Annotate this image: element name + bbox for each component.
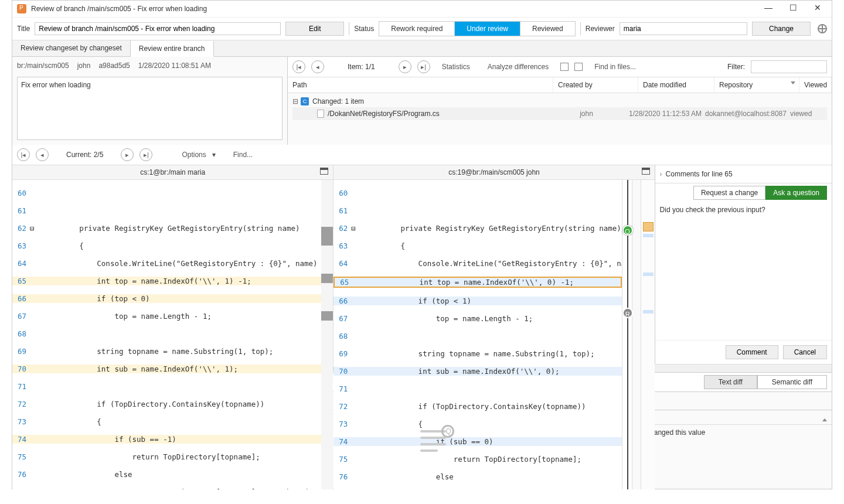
comments-pane: ›Comments for line 65 Request a change A… — [655, 165, 832, 364]
tab-changeset[interactable]: Review changeset by changeset — [12, 40, 131, 56]
comments-title: Comments for line 65 — [666, 170, 733, 178]
branch-info-pane: br:/main/scm005 john a98ad5d5 1/28/2020 … — [12, 57, 288, 145]
diff-prev-button[interactable]: ◂ — [36, 148, 49, 161]
comment-textarea[interactable]: Did you check the previous input? — [655, 202, 832, 340]
minimize-button[interactable]: — — [761, 3, 775, 15]
app-icon — [17, 4, 26, 13]
file-createdby: john — [544, 110, 629, 118]
col-path[interactable]: Path — [288, 77, 553, 93]
titlebar: Review of branch /main/scm005 - Fix erro… — [12, 1, 832, 18]
code-body-left[interactable]: 60 61 62⊟ private RegistryKey GetRegisto… — [12, 180, 321, 489]
analyze-link[interactable]: Analyze differences — [482, 63, 555, 71]
sort-indicator-icon — [791, 81, 795, 84]
col-viewed[interactable]: Viewed — [799, 77, 832, 93]
grid-header: Path Created by Date modified Repository… — [288, 77, 832, 93]
request-change-button[interactable]: Request a change — [693, 186, 765, 200]
checkbox2-icon[interactable] — [574, 63, 583, 71]
comment-submit-button[interactable]: Comment — [726, 345, 778, 359]
title-label: Title — [17, 25, 30, 33]
diff-first-button[interactable]: |◂ — [17, 148, 30, 161]
branch-date: 1/28/2020 11:08:51 AM — [138, 62, 211, 70]
col-repository[interactable]: Repository — [714, 77, 799, 93]
marker-column: Q R — [622, 180, 632, 489]
scrollbar-right[interactable] — [632, 180, 641, 489]
first-item-button[interactable]: |◂ — [292, 60, 305, 73]
status-label: Status — [354, 25, 374, 33]
find-link[interactable]: Find... — [227, 151, 258, 159]
diff-toolbar: |◂ ◂ Current: 2/5 ▸ ▸| Options ▾ Find... — [12, 145, 832, 165]
text-diff-button[interactable]: Text diff — [704, 375, 757, 389]
status-tabs: Rework required Under review Reviewed — [379, 21, 575, 36]
maximize-button[interactable]: ☐ — [786, 3, 800, 15]
window-title: Review of branch /main/scm005 - Fix erro… — [31, 5, 761, 13]
file-row[interactable]: /DokanNet/RegistoryFS/Program.cs john 1/… — [292, 107, 827, 120]
view-tabs: Review changeset by changeset Review ent… — [12, 40, 832, 57]
tree-group[interactable]: ⊟ C Changed: 1 item — [292, 96, 827, 107]
diff-next-button[interactable]: ▸ — [121, 148, 134, 161]
code-body-right[interactable]: 60 61 62⊟ private RegistryKey GetRegisto… — [333, 180, 621, 489]
branch-user: john — [77, 62, 91, 70]
chevron-right-icon[interactable]: › — [660, 170, 662, 178]
globe-icon[interactable] — [818, 24, 827, 33]
options-link[interactable]: Options ▾ — [176, 151, 221, 159]
overview-ruler-left — [321, 180, 333, 489]
changed-icon: C — [301, 97, 309, 105]
item-counter: Item: 1/1 — [348, 63, 375, 71]
code-pane-right: cs:19@br:/main/scm005 john 60 61 62⊟ pri… — [333, 165, 654, 364]
tab-branch[interactable]: Review entire branch — [131, 41, 214, 57]
next-item-button[interactable]: ▸ — [399, 60, 411, 73]
branch-path: br:/main/scm005 — [17, 62, 69, 70]
window-icon[interactable] — [320, 168, 328, 175]
code-header-right: cs:19@br:/main/scm005 john — [333, 165, 654, 180]
title-input[interactable] — [35, 22, 281, 35]
code-header-left: cs:1@br:/main maria — [12, 165, 333, 180]
diff-current: Current: 2/5 — [66, 151, 103, 159]
empty-questions-icon — [420, 426, 453, 459]
code-pane-left: cs:1@br:/main maria 60 61 62⊟ private Re… — [12, 165, 333, 364]
file-viewed: viewed — [790, 110, 822, 118]
file-icon — [317, 110, 324, 118]
change-button[interactable]: Change — [752, 22, 811, 36]
status-reviewed[interactable]: Reviewed — [520, 22, 575, 36]
reviewer-label: Reviewer — [586, 25, 615, 33]
diff-area: cs:1@br:/main maria 60 61 62⊟ private Re… — [12, 165, 832, 364]
header-row: Title Edit Status Rework required Under … — [12, 18, 832, 40]
last-item-button[interactable]: ▸| — [417, 60, 430, 73]
file-grid-pane: |◂ ◂ Item: 1/1 ▸ ▸| Statistics Analyze d… — [288, 57, 832, 145]
semantic-diff-button[interactable]: Semantic diff — [757, 375, 827, 389]
status-under-review[interactable]: Under review — [455, 22, 520, 36]
edit-button[interactable]: Edit — [285, 22, 344, 36]
col-createdby[interactable]: Created by — [553, 77, 638, 93]
filter-label: Filter: — [727, 63, 745, 71]
prev-item-button[interactable]: ◂ — [311, 60, 324, 73]
diff-last-button[interactable]: ▸| — [139, 148, 152, 161]
question-marker-icon[interactable]: Q — [622, 225, 633, 236]
branch-description[interactable]: Fix error when loading — [17, 77, 283, 140]
find-in-files-link[interactable]: Find in files... — [588, 63, 642, 71]
file-datemodified: 1/28/2020 11:12:53 AM — [629, 110, 705, 118]
file-repo: dokannet@localhost:8087 — [705, 110, 790, 118]
reviewer-input[interactable] — [620, 22, 747, 35]
comment-cancel-button[interactable]: Cancel — [783, 345, 827, 359]
status-rework[interactable]: Rework required — [379, 22, 455, 36]
col-datemodified[interactable]: Date modified — [638, 77, 714, 93]
file-path: /DokanNet/RegistoryFS/Program.cs — [328, 110, 544, 118]
sort-asc-icon — [822, 416, 827, 421]
statistics-link[interactable]: Statistics — [436, 63, 476, 71]
window-icon[interactable] — [642, 168, 650, 175]
filter-input[interactable] — [751, 60, 827, 73]
minimap-right[interactable] — [641, 180, 655, 489]
change-marker-icon[interactable]: R — [622, 308, 633, 318]
branch-hash: a98ad5d5 — [98, 62, 130, 70]
checkbox-icon[interactable] — [560, 63, 569, 71]
close-button[interactable]: ✕ — [811, 3, 825, 15]
ask-question-button[interactable]: Ask a question — [765, 186, 827, 200]
